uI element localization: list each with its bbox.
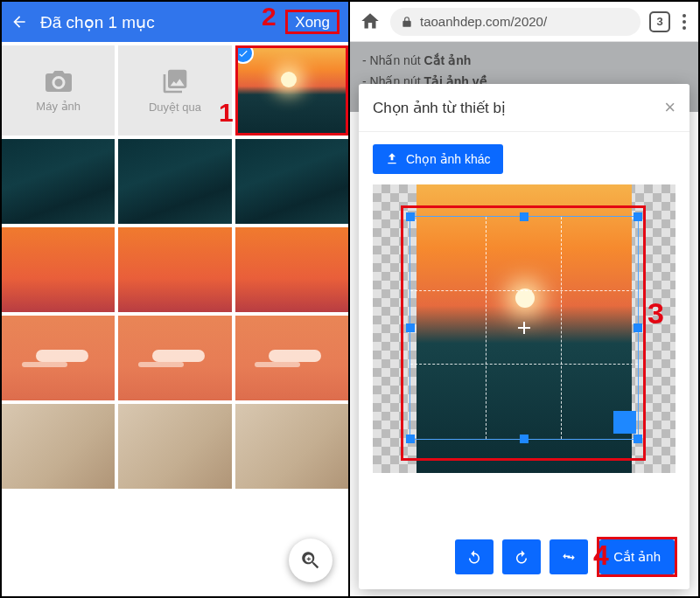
image-tile[interactable] — [235, 404, 348, 489]
done-button[interactable]: Xong — [288, 10, 337, 34]
image-tile[interactable] — [118, 139, 231, 224]
crop-rectangle[interactable] — [410, 216, 639, 440]
image-tile[interactable] — [2, 139, 115, 224]
picker-header: Đã chọn 1 mục Xong — [2, 2, 348, 42]
kebab-menu-icon[interactable] — [679, 10, 690, 33]
close-icon[interactable]: × — [664, 96, 676, 119]
browser-pane: taoanhdep.com/2020/ 3 - Nhấn nút Cắt ảnh… — [350, 2, 698, 596]
image-tile[interactable] — [235, 227, 348, 312]
url-text: taoanhdep.com/2020/ — [420, 14, 547, 29]
home-icon[interactable] — [359, 10, 382, 33]
image-tile[interactable] — [118, 227, 231, 312]
image-tile[interactable] — [2, 316, 115, 400]
undo-icon — [466, 549, 482, 565]
image-tile[interactable] — [235, 316, 348, 400]
crop-handle[interactable] — [406, 323, 415, 332]
browse-label: Duyệt qua — [149, 101, 201, 114]
image-tile[interactable] — [118, 404, 231, 489]
choose-other-label: Chọn ảnh khác — [406, 152, 491, 166]
picker-title: Đã chọn 1 mục — [40, 12, 285, 32]
camera-label: Máy ảnh — [36, 100, 80, 113]
redo-icon — [514, 549, 529, 565]
crop-button-highlight: Cắt ảnh — [597, 537, 677, 577]
picker-pane: Đã chọn 1 mục Xong 2 Máy ảnh — [2, 2, 350, 596]
gallery-icon — [159, 67, 191, 95]
choose-other-button[interactable]: Chọn ảnh khác — [373, 144, 503, 174]
browser-bar: taoanhdep.com/2020/ 3 — [350, 2, 698, 42]
camera-icon — [42, 68, 75, 94]
modal-actions: 4 Cắt ảnh — [359, 528, 690, 589]
image-tile[interactable] — [235, 139, 348, 224]
selected-image-tile[interactable] — [235, 45, 348, 136]
swap-horiz-icon — [561, 549, 577, 565]
image-tile[interactable] — [2, 404, 115, 489]
center-cross-icon — [518, 322, 530, 334]
crop-handle[interactable] — [634, 212, 642, 221]
crop-handle[interactable] — [634, 435, 642, 443]
image-tile[interactable] — [118, 316, 231, 400]
crop-handle[interactable] — [634, 323, 642, 332]
camera-tile[interactable]: Máy ảnh — [2, 45, 115, 136]
modal-header: Chọn ảnh từ thiết bị × — [359, 84, 690, 132]
done-button-highlight: Xong — [285, 10, 340, 34]
crop-handle[interactable] — [520, 212, 528, 221]
crop-handle[interactable] — [520, 435, 528, 443]
modal-body: Chọn ảnh khác 3 — [359, 132, 690, 528]
crop-handle-resize[interactable] — [613, 411, 636, 434]
undo-button[interactable] — [455, 539, 494, 574]
crop-modal: Chọn ảnh từ thiết bị × Chọn ảnh khác 3 — [359, 84, 690, 589]
magnify-button[interactable] — [289, 539, 332, 582]
url-box[interactable]: taoanhdep.com/2020/ — [390, 8, 640, 36]
crop-button[interactable]: Cắt ảnh — [599, 539, 675, 574]
crop-handle[interactable] — [406, 212, 415, 221]
crop-button-label: Cắt ảnh — [613, 549, 661, 565]
magnify-plus-icon — [299, 549, 322, 572]
image-tile[interactable] — [2, 227, 115, 312]
tab-count[interactable]: 3 — [649, 11, 670, 32]
browse-tile[interactable]: Duyệt qua — [118, 45, 231, 136]
redo-button[interactable] — [502, 539, 541, 574]
image-grid: Máy ảnh Duyệt qua — [2, 42, 348, 489]
lock-icon — [401, 16, 413, 28]
upload-icon — [385, 152, 399, 166]
modal-title: Chọn ảnh từ thiết bị — [373, 99, 506, 117]
back-arrow-icon[interactable] — [10, 13, 28, 31]
crop-handle[interactable] — [406, 435, 415, 443]
crop-stage[interactable] — [373, 184, 676, 473]
flip-button[interactable] — [550, 539, 588, 574]
